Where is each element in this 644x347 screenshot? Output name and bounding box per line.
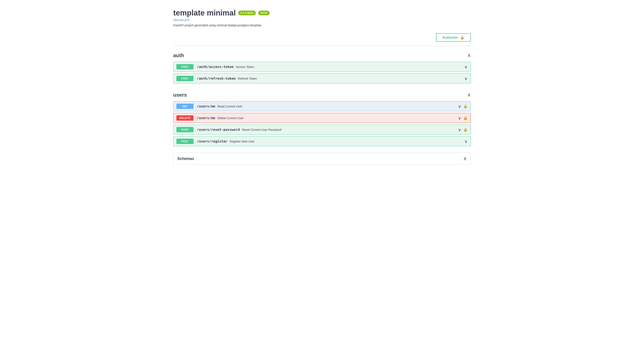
endpoint-actions: ∨ <box>464 64 468 69</box>
auth-endpoint-list: POST /auth/access-token Access Token ∨ P… <box>173 62 471 83</box>
section-users: users ∧ GET /users/me Read Current User … <box>173 90 471 146</box>
endpoint-actions: ∨ 🔒 <box>458 115 468 121</box>
endpoint-path: /users/register <box>197 139 228 143</box>
authorize-row: Authorize 🔓 <box>173 29 471 44</box>
section-auth-header[interactable]: auth ∧ <box>173 50 471 60</box>
endpoint-users-register[interactable]: POST /users/register Register New User ∨ <box>173 136 471 146</box>
method-badge-get: GET <box>176 104 194 109</box>
app-title: template minimal <box>173 8 236 17</box>
chevron-down-icon: ∨ <box>464 64 468 69</box>
endpoint-actions: ∨ <box>464 76 468 81</box>
chevron-down-icon: ∨ <box>464 76 468 81</box>
endpoint-actions: ∨ 🔒 <box>458 127 468 132</box>
endpoint-summary: Refresh Token <box>238 77 464 80</box>
section-users-header[interactable]: users ∧ <box>173 90 471 100</box>
endpoint-path: /users/reset-password <box>197 128 240 132</box>
version-badge: 0.1.0-alpha <box>238 11 256 15</box>
endpoint-auth-access-token[interactable]: POST /auth/access-token Access Token ∨ <box>173 62 471 72</box>
method-badge-post: POST <box>176 76 194 81</box>
endpoint-path: /users/me <box>197 116 215 120</box>
lock-icon: 🔒 <box>463 116 468 120</box>
endpoint-path: /users/me <box>197 104 215 108</box>
endpoint-actions: ∨ <box>464 139 468 144</box>
lock-icon: 🔒 <box>463 104 468 108</box>
chevron-down-icon: ∨ <box>458 115 461 121</box>
app-description: FastAPI project generated using minimal-… <box>173 23 471 27</box>
endpoint-path: /auth/refresh-token <box>197 76 236 80</box>
chevron-down-icon: ∨ <box>458 127 461 132</box>
openapi-link[interactable]: /openapi.json <box>173 18 190 21</box>
endpoint-users-reset-password[interactable]: POST /users/reset-password Reset Current… <box>173 125 471 135</box>
method-badge-post: POST <box>176 64 194 69</box>
authorize-button[interactable]: Authorize 🔓 <box>436 33 471 42</box>
section-auth: auth ∧ POST /auth/access-token Access To… <box>173 50 471 83</box>
section-auth-title: auth <box>173 52 184 58</box>
endpoint-users-me-get[interactable]: GET /users/me Read Current User ∨ 🔒 <box>173 101 471 111</box>
section-auth-chevron: ∧ <box>468 53 471 58</box>
oas-badge: OAS3 <box>258 11 270 15</box>
endpoint-summary: Delete Current User <box>218 116 458 120</box>
header: template minimal 0.1.0-alpha OAS3 /opena… <box>173 4 471 29</box>
chevron-down-icon: ∨ <box>464 139 468 144</box>
endpoint-summary: Reset Current User Password <box>242 128 458 131</box>
schemas-title: Schemas <box>177 156 194 161</box>
endpoint-auth-refresh-token[interactable]: POST /auth/refresh-token Refresh Token ∨ <box>173 73 471 83</box>
endpoint-path: /auth/access-token <box>197 65 234 69</box>
users-endpoint-list: GET /users/me Read Current User ∨ 🔒 DELE… <box>173 101 471 146</box>
section-users-title: users <box>173 92 187 98</box>
authorize-lock-icon: 🔓 <box>460 35 464 39</box>
endpoint-summary: Access Token <box>236 65 464 69</box>
section-users-chevron: ∧ <box>468 92 471 98</box>
endpoint-summary: Register New User <box>230 140 464 143</box>
endpoint-actions: ∨ 🔒 <box>458 104 468 109</box>
schemas-chevron: ∧ <box>463 156 467 161</box>
chevron-down-icon: ∨ <box>458 104 461 109</box>
schemas-header[interactable]: Schemas ∧ <box>174 153 470 164</box>
method-badge-delete: DELETE <box>176 115 194 121</box>
lock-icon: 🔒 <box>463 128 468 132</box>
authorize-label: Authorize <box>442 36 458 39</box>
endpoint-users-me-delete[interactable]: DELETE /users/me Delete Current User ∨ 🔒 <box>173 113 471 123</box>
schemas-section: Schemas ∧ <box>173 153 471 165</box>
endpoint-summary: Read Current User <box>218 105 458 108</box>
method-badge-post: POST <box>176 139 194 144</box>
method-badge-post: POST <box>176 127 194 132</box>
